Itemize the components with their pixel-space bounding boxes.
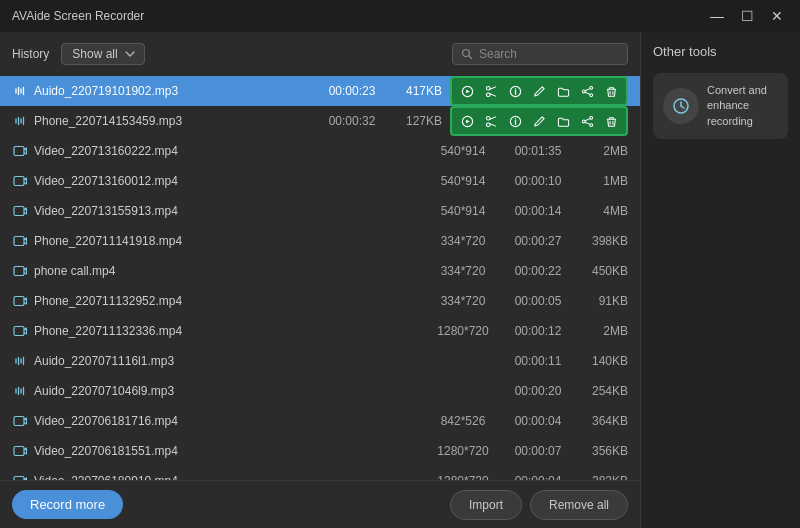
video-icon (12, 263, 28, 279)
file-duration: 00:00:10 (503, 174, 573, 188)
svg-rect-42 (14, 447, 24, 456)
close-button[interactable]: ✕ (762, 2, 792, 30)
file-size: 1MB (573, 174, 628, 188)
app-title: AVAide Screen Recorder (12, 9, 144, 23)
delete-button[interactable] (600, 110, 622, 132)
bottom-bar: Record more Import Remove all (0, 480, 640, 528)
right-sidebar: Other tools Convert and enhance recordin… (640, 32, 800, 528)
main-layout: History Show all Auido_220719101902.mp30… (0, 32, 800, 528)
file-row[interactable]: Auido_220719101902.mp300:00:23417KB (0, 76, 640, 106)
file-size: 2MB (573, 144, 628, 158)
svg-line-5 (489, 86, 495, 88)
file-row[interactable]: Phone_220711132952.mp4334*72000:00:0591K… (0, 286, 640, 316)
file-name: Video_220706180910.mp4 (34, 474, 423, 480)
file-list[interactable]: Auido_220719101902.mp300:00:23417KBPhone… (0, 76, 640, 480)
file-duration: 00:00:14 (503, 204, 573, 218)
file-name: Auido_2207071116l1.mp3 (34, 354, 423, 368)
svg-point-9 (514, 88, 515, 89)
file-name: Phone_220714153459.mp3 (34, 114, 317, 128)
trim-button[interactable] (480, 80, 502, 102)
file-size: 2MB (573, 324, 628, 338)
edit-button[interactable] (528, 80, 550, 102)
file-size: 398KB (573, 234, 628, 248)
svg-rect-35 (14, 177, 24, 186)
svg-point-25 (514, 118, 515, 119)
file-size: 4MB (573, 204, 628, 218)
info-button[interactable] (504, 110, 526, 132)
video-icon (12, 323, 28, 339)
svg-line-14 (585, 92, 590, 94)
file-row[interactable]: Video_220713160012.mp4540*91400:00:101MB (0, 166, 640, 196)
file-row[interactable]: Auido_2207071046l9.mp300:00:20254KB (0, 376, 640, 406)
file-row[interactable]: Video_220706181551.mp41280*72000:00:0735… (0, 436, 640, 466)
file-row[interactable]: Video_220706180910.mp41280*72000:00:0428… (0, 466, 640, 480)
convert-card[interactable]: Convert and enhance recording (653, 73, 788, 139)
file-row[interactable]: Video_220713155913.mp4540*91400:00:144MB (0, 196, 640, 226)
search-box[interactable] (452, 43, 628, 65)
svg-line-22 (489, 123, 495, 125)
file-duration: 00:00:27 (503, 234, 573, 248)
import-button[interactable]: Import (450, 490, 522, 520)
file-duration: 00:00:04 (503, 474, 573, 480)
folder-button[interactable] (552, 80, 574, 102)
svg-line-21 (489, 116, 495, 118)
row-actions (450, 106, 628, 136)
play-button[interactable] (456, 80, 478, 102)
convert-label: Convert and enhance recording (707, 83, 778, 129)
file-duration: 00:00:20 (503, 384, 573, 398)
file-duration: 00:00:22 (503, 264, 573, 278)
edit-button[interactable] (528, 110, 550, 132)
svg-point-11 (589, 93, 592, 96)
file-row[interactable]: phone call.mp4334*72000:00:22450KB (0, 256, 640, 286)
svg-point-28 (582, 120, 585, 123)
file-row[interactable]: Video_220706181716.mp4842*52600:00:04364… (0, 406, 640, 436)
delete-button[interactable] (600, 80, 622, 102)
file-resolution: 334*720 (423, 294, 503, 308)
trim-button[interactable] (480, 110, 502, 132)
file-size: 364KB (573, 414, 628, 428)
minimize-button[interactable]: — (702, 2, 732, 30)
file-size: 127KB (387, 114, 442, 128)
file-row[interactable]: Phone_220711132336.mp41280*72000:00:122M… (0, 316, 640, 346)
file-name: Video_220713155913.mp4 (34, 204, 423, 218)
audio-icon (12, 353, 28, 369)
file-row[interactable]: Phone_220714153459.mp300:00:32127KB (0, 106, 640, 136)
file-row[interactable]: Auido_2207071116l1.mp300:00:11140KB (0, 346, 640, 376)
history-value: Show all (72, 47, 117, 61)
file-size: 140KB (573, 354, 628, 368)
file-row[interactable]: Phone_220711141918.mp4334*72000:00:27398… (0, 226, 640, 256)
folder-button[interactable] (552, 110, 574, 132)
record-more-button[interactable]: Record more (12, 490, 123, 519)
file-duration: 00:00:32 (317, 114, 387, 128)
svg-rect-36 (14, 207, 24, 216)
video-icon (12, 173, 28, 189)
remove-all-button[interactable]: Remove all (530, 490, 628, 520)
file-resolution: 334*720 (423, 264, 503, 278)
file-size: 91KB (573, 294, 628, 308)
file-duration: 00:01:35 (503, 144, 573, 158)
play-button[interactable] (456, 110, 478, 132)
history-dropdown[interactable]: Show all (61, 43, 144, 65)
file-resolution: 540*914 (423, 144, 503, 158)
video-icon (12, 413, 28, 429)
file-name: Phone_220711141918.mp4 (34, 234, 423, 248)
file-name: Phone_220711132952.mp4 (34, 294, 423, 308)
convert-svg (671, 96, 691, 116)
info-button[interactable] (504, 80, 526, 102)
file-size: 254KB (573, 384, 628, 398)
file-row[interactable]: Video_220713160222.mp4540*91400:01:352MB (0, 136, 640, 166)
share-button[interactable] (576, 80, 598, 102)
maximize-button[interactable]: ☐ (732, 2, 762, 30)
audio-icon (12, 113, 28, 129)
svg-point-12 (582, 90, 585, 93)
video-icon (12, 443, 28, 459)
svg-point-26 (589, 116, 592, 119)
svg-point-27 (589, 123, 592, 126)
sidebar-title: Other tools (653, 44, 788, 59)
file-resolution: 1280*720 (423, 474, 503, 480)
file-resolution: 1280*720 (423, 324, 503, 338)
toolbar: History Show all (0, 32, 640, 76)
video-icon (12, 203, 28, 219)
search-input[interactable] (479, 47, 619, 61)
share-button[interactable] (576, 110, 598, 132)
